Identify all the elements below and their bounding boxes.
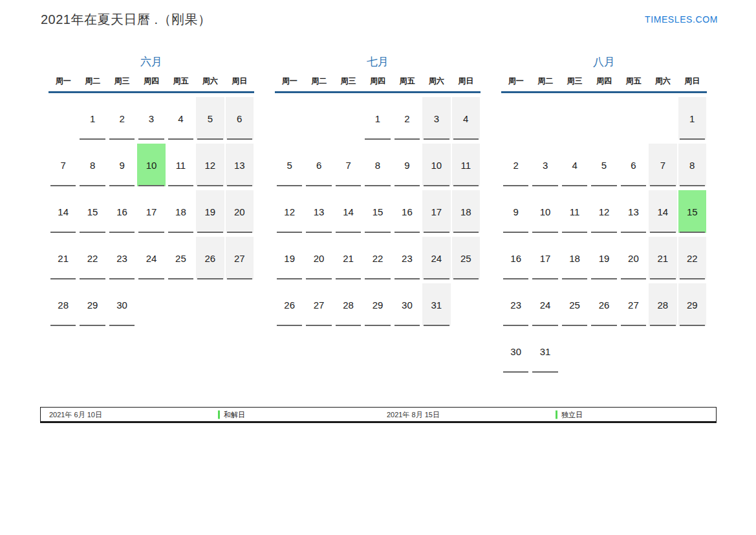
day-cell: 25 [561, 283, 589, 326]
day-cell: 4 [452, 97, 480, 140]
day-cell: 30 [393, 283, 421, 326]
day-cell: 15 [78, 190, 106, 233]
day-cell: 26 [590, 283, 618, 326]
day-cell: 24 [137, 237, 165, 279]
day-cell: 7 [649, 144, 676, 186]
day-cell: 7 [49, 144, 77, 186]
day-cell: 30 [108, 283, 136, 326]
empty-day-cell [305, 97, 332, 140]
day-cell: 11 [561, 190, 589, 233]
day-cell: 20 [226, 190, 254, 233]
day-cell: 15 [678, 190, 706, 233]
day-cell: 11 [167, 144, 195, 186]
day-cell: 6 [305, 144, 332, 186]
week-row: 78910111213 [49, 140, 254, 186]
day-cell: 29 [363, 283, 391, 326]
legend-holiday-name: 和解日 [224, 409, 245, 419]
day-cell: 2 [502, 144, 530, 186]
day-cell: 29 [678, 283, 706, 326]
week-row: 21222324252627 [49, 233, 254, 279]
day-cell: 22 [363, 237, 391, 279]
legend-bar: 2021年 6月 10日和解日2021年 8月 15日独立日 [40, 407, 717, 423]
empty-day-cell [502, 97, 530, 140]
day-cell: 17 [422, 190, 450, 233]
empty-day-cell [620, 330, 647, 373]
day-cell: 3 [137, 97, 165, 140]
day-cell: 9 [502, 190, 530, 233]
day-cell: 4 [561, 144, 589, 186]
empty-day-cell [275, 97, 303, 140]
empty-day-cell [196, 283, 224, 326]
week-row: 262728293031 [275, 279, 481, 326]
empty-day-cell [167, 283, 195, 326]
weekday-label: 周一 [501, 76, 530, 85]
day-cell: 29 [78, 283, 106, 326]
day-cell: 8 [78, 144, 106, 186]
holiday-marker-icon [556, 410, 557, 419]
empty-day-cell [226, 283, 254, 326]
empty-day-cell [561, 97, 589, 140]
weekday-label: 周五 [166, 76, 195, 85]
legend-holiday: 独立日 [556, 409, 583, 419]
weekday-label: 周一 [275, 76, 304, 85]
day-cell: 2 [108, 97, 136, 140]
day-cell: 14 [649, 190, 676, 233]
day-cell: 27 [620, 283, 647, 326]
empty-day-cell [137, 283, 165, 326]
day-cell: 21 [49, 237, 77, 279]
page-header: 2021年在夏天日曆 .（刚果） TIMESLES.COM [41, 10, 718, 28]
weekday-label: 周日 [451, 76, 481, 85]
day-cell: 18 [561, 237, 589, 279]
day-cell: 19 [275, 237, 303, 279]
site-logo-link[interactable]: TIMESLES.COM [645, 10, 718, 28]
day-cell: 22 [78, 237, 106, 279]
empty-day-cell [649, 330, 676, 373]
day-cell: 5 [196, 97, 224, 140]
legend-holiday: 和解日 [218, 409, 245, 419]
empty-day-cell [620, 97, 647, 140]
empty-day-cell [678, 330, 706, 373]
day-cell: 22 [678, 237, 706, 279]
day-cell: 20 [305, 237, 332, 279]
day-cell: 6 [620, 144, 647, 186]
legend-date: 2021年 6月 10日 [49, 409, 102, 419]
weekday-label: 周三 [107, 76, 136, 85]
weekday-label: 周五 [619, 76, 648, 85]
week-row: 23242526272829 [501, 279, 707, 326]
weekday-label: 周二 [304, 76, 333, 85]
weekday-label: 周三 [560, 76, 589, 85]
week-row: 19202122232425 [275, 233, 481, 279]
day-cell: 20 [620, 237, 647, 279]
weekday-label: 周二 [78, 76, 107, 85]
day-cell: 1 [678, 97, 706, 140]
day-cell: 28 [334, 283, 362, 326]
day-cell: 1 [363, 97, 391, 140]
day-cell: 7 [334, 144, 362, 186]
weekday-label: 周日 [225, 76, 254, 85]
day-cell: 13 [620, 190, 647, 233]
day-cell: 13 [305, 190, 332, 233]
day-cell: 31 [422, 283, 450, 326]
day-cell: 9 [108, 144, 136, 186]
day-cell: 12 [590, 190, 618, 233]
day-cell: 27 [226, 237, 254, 279]
day-cell: 27 [305, 283, 332, 326]
month-title: 八月 [501, 55, 707, 69]
day-cell: 4 [167, 97, 195, 140]
empty-day-cell [49, 97, 77, 140]
day-cell: 6 [226, 97, 254, 140]
day-cell: 24 [531, 283, 559, 326]
holiday-marker-icon [218, 410, 220, 419]
weekday-label: 周四 [589, 76, 618, 85]
week-row: 282930 [49, 279, 254, 326]
day-cell: 18 [452, 190, 480, 233]
day-cell: 14 [334, 190, 362, 233]
weekday-label: 周六 [422, 76, 451, 85]
day-cell: 3 [531, 144, 559, 186]
day-cell: 16 [393, 190, 421, 233]
day-cell: 24 [422, 237, 450, 279]
weekday-label: 周三 [334, 76, 363, 85]
empty-day-cell [561, 330, 589, 373]
empty-day-cell [334, 97, 362, 140]
months-row: 六月周一周二周三周四周五周六周日123456789101112131415161… [49, 55, 707, 373]
